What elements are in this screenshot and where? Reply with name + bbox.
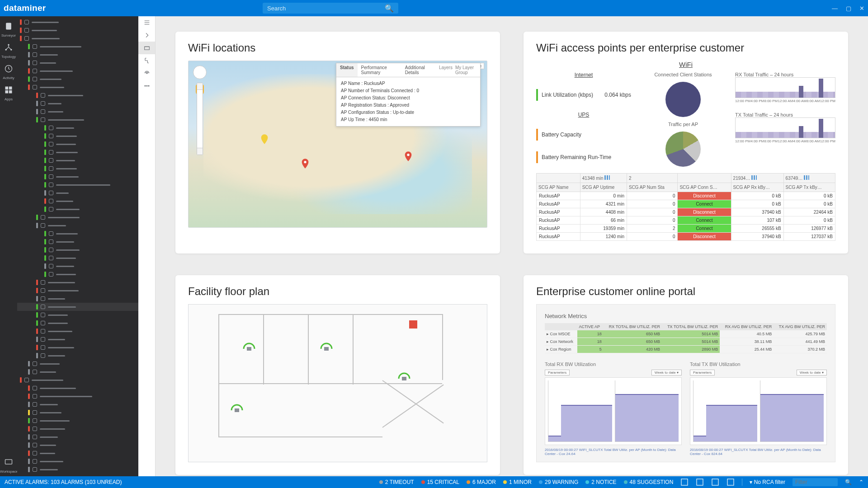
grid1-icon[interactable] [696,478,704,486]
global-search-input[interactable] [267,5,385,12]
alarm-summary[interactable]: ACTIVE ALARMS: 103 ALARMS (103 UNREAD) [5,479,122,485]
chart-icon[interactable] [680,478,689,486]
tree-item[interactable] [17,75,138,83]
rca-filter[interactable]: ▾ No RCA filter [750,479,785,485]
tree-item[interactable] [17,42,138,51]
tree-item[interactable] [17,400,138,408]
branch-icon[interactable] [138,54,155,67]
alarm-counter[interactable]: 2 NOTICE [585,479,616,485]
map-marker[interactable] [302,159,309,169]
popup-tab-performance[interactable]: Performance Summary [358,63,401,77]
window-close-button[interactable]: ✕ [859,5,864,12]
tree-item[interactable] [17,327,138,335]
grid2-icon[interactable] [711,478,719,486]
map-marker[interactable] [405,151,412,161]
tree-item[interactable] [17,408,138,417]
tree-item[interactable] [17,230,138,238]
hamburger-icon[interactable] [138,16,155,29]
tree-item[interactable] [17,238,138,246]
alarm-counter[interactable]: 2 TIMEOUT [379,479,414,485]
table-row[interactable]: RuckusAP4408 min0Disconnect37940 kB22464… [537,208,835,216]
grid3-icon[interactable] [726,478,735,486]
tree-item[interactable] [17,417,138,425]
tree-item[interactable] [17,303,138,311]
tree-item[interactable] [17,181,138,189]
tree-item[interactable] [17,343,138,352]
tree-item[interactable] [17,262,138,270]
ap-table[interactable]: 41348 min 221934… 63749… SCG AP NameSCG … [536,173,835,241]
tree-item[interactable] [17,319,138,327]
tree-item[interactable] [17,156,138,164]
table-row[interactable]: RuckusAP0 min0Disconnect0 kB0 kB [537,192,835,200]
tree-item[interactable] [17,140,138,148]
element-tree[interactable] [17,16,138,476]
tree-item[interactable] [17,108,138,116]
popup-layers[interactable]: Layers [439,65,453,75]
alarm-counter[interactable]: 15 CRITICAL [421,479,459,485]
alarm-expand-icon[interactable]: ⌃ [859,479,863,485]
map-zoom-slider[interactable] [197,83,203,155]
tree-item[interactable] [17,116,138,124]
tree-item[interactable] [17,286,138,295]
tree-item[interactable] [17,83,138,91]
table-row[interactable]: RuckusAP66 min0Connect107 kB0 kB [537,216,835,225]
alarm-counter[interactable]: 48 SUGGESTION [624,479,674,485]
tree-item[interactable] [17,335,138,343]
window-maximize-button[interactable]: ▢ [846,5,851,12]
tree-item[interactable] [17,384,138,392]
rail-topology[interactable]: Topology [0,40,17,61]
alarm-counter[interactable]: 1 MINOR [503,479,532,485]
tree-item[interactable] [17,368,138,376]
popup-layer-group[interactable]: My Layer Group [455,65,477,75]
tree-item[interactable] [17,433,138,441]
tree-item[interactable] [17,99,138,108]
tree-item[interactable] [17,51,138,59]
alarm-search-icon[interactable]: 🔍 [845,479,852,485]
alarm-counter[interactable]: 29 WARNING [539,479,578,485]
table-row[interactable]: RuckusAP19359 min2Connect26555 kB126977 … [537,225,835,233]
pchart-param-button[interactable]: Parameters [545,370,570,375]
tree-item[interactable] [17,18,138,26]
dashboard-icon[interactable] [138,42,155,54]
tree-item[interactable] [17,425,138,433]
tree-item[interactable] [17,67,138,75]
tree-item[interactable] [17,449,138,457]
chevron-right-icon[interactable] [138,29,155,42]
window-minimize-button[interactable]: — [832,5,838,12]
tree-item[interactable] [17,295,138,303]
rail-activity[interactable]: Activity [0,61,17,83]
tree-item[interactable] [17,457,138,465]
tree-item[interactable] [17,270,138,278]
tree-item[interactable] [17,189,138,197]
tree-item[interactable] [17,441,138,449]
global-search[interactable]: 🔍 [263,3,398,14]
tree-item[interactable] [17,221,138,230]
popup-tab-status[interactable]: Status [336,63,358,77]
map-pan-icon[interactable] [193,66,207,79]
rail-surveyor[interactable]: Surveyor [0,19,17,40]
popup-tab-additional[interactable]: Additional Details [401,63,436,77]
table-row[interactable]: RuckusAP1240 min0Disconnect37940 kB12703… [537,233,835,241]
tree-item[interactable] [17,148,138,156]
floor-plan-canvas[interactable] [188,304,487,462]
tree-item[interactable] [17,164,138,173]
rail-workspace[interactable]: Workspace [0,455,17,476]
pchart-range-select[interactable]: Week to date ▾ [797,370,827,375]
tree-item[interactable] [17,34,138,42]
tree-item[interactable] [17,376,138,384]
map-marker[interactable] [261,134,268,144]
tree-item[interactable] [17,26,138,34]
tree-item[interactable] [17,360,138,368]
signal-icon[interactable] [138,67,155,80]
pchart-range-select[interactable]: Week to date ▾ [651,370,682,375]
tree-item[interactable] [17,392,138,400]
tree-item[interactable] [17,91,138,99]
tree-item[interactable] [17,465,138,474]
tree-item[interactable] [17,124,138,132]
tree-item[interactable] [17,278,138,286]
table-row[interactable]: RuckusAP4321 min0Connect0 kB0 kB [537,200,835,208]
tree-item[interactable] [17,311,138,319]
tree-item[interactable] [17,352,138,360]
more-icon[interactable] [138,80,155,92]
tree-item[interactable] [17,254,138,262]
